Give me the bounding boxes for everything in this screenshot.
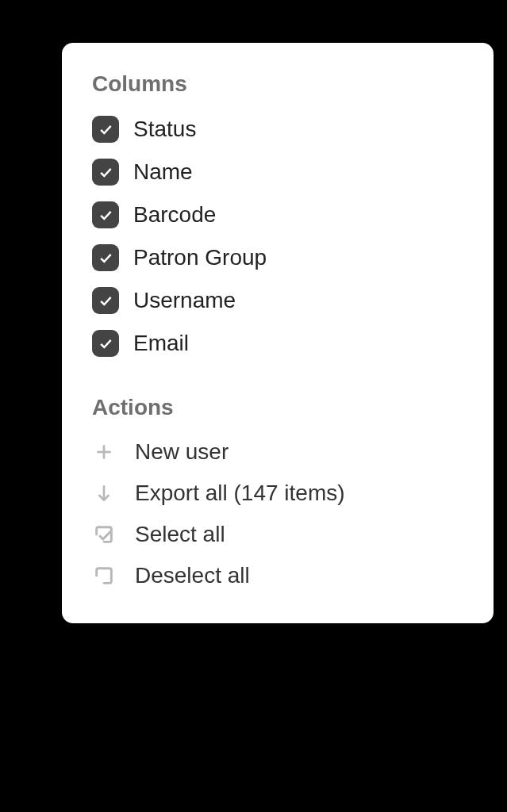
checkbox-checked-icon <box>92 244 119 271</box>
plus-icon <box>92 440 116 464</box>
column-label: Status <box>133 117 196 142</box>
columns-heading: Columns <box>92 71 463 97</box>
action-new-user[interactable]: New user <box>92 439 463 465</box>
action-label: Deselect all <box>135 563 250 588</box>
column-item-name[interactable]: Name <box>92 159 463 186</box>
column-item-email[interactable]: Email <box>92 330 463 357</box>
column-label: Barcode <box>133 202 216 228</box>
column-label: Patron Group <box>133 245 267 270</box>
column-item-username[interactable]: Username <box>92 287 463 314</box>
download-arrow-icon <box>92 481 116 505</box>
column-item-barcode[interactable]: Barcode <box>92 201 463 228</box>
column-label: Name <box>133 159 193 185</box>
checkbox-checked-icon <box>92 287 119 314</box>
columns-list: Status Name Barcode Patron Group Usernam <box>92 116 463 357</box>
action-label: Select all <box>135 522 225 547</box>
actions-heading: Actions <box>92 395 463 420</box>
actions-list: New user Export all (147 items) Select a… <box>92 439 463 588</box>
action-label: New user <box>135 439 229 465</box>
action-deselect-all[interactable]: Deselect all <box>92 563 463 588</box>
action-label: Export all (147 items) <box>135 481 345 506</box>
checkbox-checked-icon <box>92 330 119 357</box>
action-export-all[interactable]: Export all (147 items) <box>92 481 463 506</box>
checkbox-checked-icon <box>92 201 119 228</box>
column-item-patron-group[interactable]: Patron Group <box>92 244 463 271</box>
deselect-all-icon <box>92 564 116 588</box>
column-label: Username <box>133 288 236 313</box>
select-all-icon <box>92 523 116 546</box>
column-item-status[interactable]: Status <box>92 116 463 143</box>
column-label: Email <box>133 331 189 356</box>
checkbox-checked-icon <box>92 159 119 186</box>
action-select-all[interactable]: Select all <box>92 522 463 547</box>
checkbox-checked-icon <box>92 116 119 143</box>
dropdown-panel: Columns Status Name Barcode Patron Group <box>62 43 494 623</box>
